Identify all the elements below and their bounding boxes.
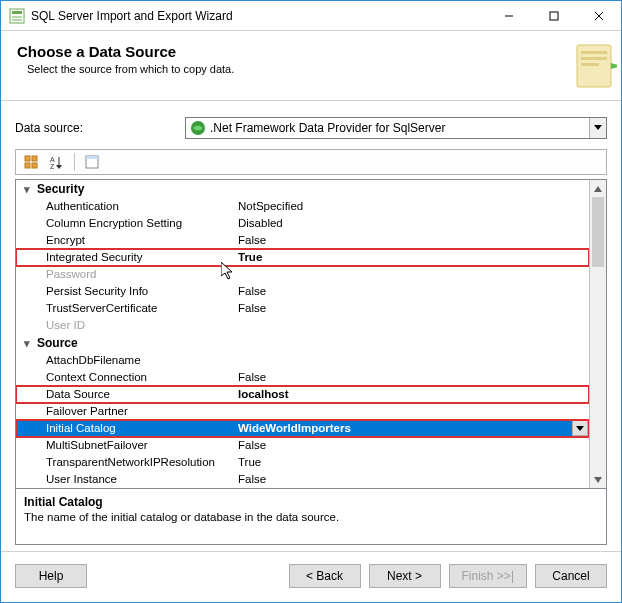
svg-rect-18 (32, 163, 37, 168)
description-text: The name of the initial catalog or datab… (24, 511, 598, 523)
svg-marker-28 (594, 477, 602, 483)
svg-rect-24 (86, 156, 98, 159)
property-value[interactable]: NotSpecified (236, 198, 589, 215)
svg-rect-1 (12, 11, 22, 14)
property-row[interactable]: User ID (16, 317, 589, 334)
dropdown-arrow-icon[interactable] (589, 118, 606, 138)
expander-icon[interactable]: ▾ (20, 337, 33, 350)
alphabetical-button[interactable]: AZ (46, 152, 68, 172)
svg-marker-25 (221, 262, 232, 279)
property-value[interactable]: False (236, 232, 589, 249)
propertygrid-toolbar: AZ (15, 149, 607, 175)
property-name: Context Connection (16, 369, 236, 386)
app-icon (9, 8, 25, 24)
svg-rect-11 (581, 63, 599, 66)
property-name: MultiSubnetFailover (16, 437, 236, 454)
property-row[interactable]: EncryptFalse (16, 232, 589, 249)
svg-marker-12 (611, 63, 617, 69)
property-name: Password (16, 266, 236, 283)
property-value[interactable]: False (236, 283, 589, 300)
datasource-combo[interactable]: .Net Framework Data Provider for SqlServ… (185, 117, 607, 139)
svg-marker-26 (576, 426, 584, 431)
cell-dropdown-icon[interactable] (572, 420, 588, 436)
scroll-down-icon[interactable] (590, 471, 606, 488)
button-bar: Help < Back Next > Finish >>| Cancel (1, 551, 621, 602)
property-value[interactable]: True (236, 454, 589, 471)
property-name: Data Source (16, 386, 236, 403)
property-row[interactable]: Data Sourcelocalhost (16, 386, 589, 403)
window-title: SQL Server Import and Export Wizard (31, 9, 486, 23)
property-row[interactable]: Failover Partner (16, 403, 589, 420)
property-value[interactable]: WideWorldImporters (236, 420, 572, 437)
property-name: Authentication (16, 198, 236, 215)
cancel-button[interactable]: Cancel (535, 564, 607, 588)
toolbar-divider (74, 153, 75, 171)
property-value[interactable]: True (236, 249, 589, 266)
property-name: Column Encryption Setting (16, 215, 236, 232)
scroll-thumb[interactable] (592, 197, 604, 267)
wizard-header: Choose a Data Source Select the source f… (1, 31, 621, 101)
property-description: Initial Catalog The name of the initial … (15, 489, 607, 545)
close-button[interactable] (576, 1, 621, 30)
property-name: Initial Catalog (16, 420, 236, 437)
property-row[interactable]: User InstanceFalse (16, 471, 589, 488)
datasource-label: Data source: (15, 121, 185, 135)
property-value[interactable]: Disabled (236, 215, 589, 232)
property-pages-button[interactable] (81, 152, 103, 172)
page-subtitle: Select the source from which to copy dat… (27, 63, 605, 75)
content-area: Data source: .Net Framework Data Provide… (1, 101, 621, 551)
property-value[interactable]: False (236, 369, 589, 386)
property-row[interactable]: Column Encryption SettingDisabled (16, 215, 589, 232)
property-row[interactable]: TrustServerCertificateFalse (16, 300, 589, 317)
property-grid: ▾SecurityAuthenticationNotSpecifiedColum… (15, 179, 607, 489)
property-value[interactable] (236, 352, 589, 369)
svg-text:A: A (50, 156, 55, 163)
finish-button: Finish >>| (449, 564, 527, 588)
property-row[interactable]: Integrated SecurityTrue (16, 249, 589, 266)
back-button[interactable]: < Back (289, 564, 361, 588)
titlebar: SQL Server Import and Export Wizard (1, 1, 621, 31)
minimize-button[interactable] (486, 1, 531, 30)
property-value[interactable] (236, 266, 589, 283)
svg-rect-15 (25, 156, 30, 161)
svg-rect-17 (25, 163, 30, 168)
datasource-value: .Net Framework Data Provider for SqlServ… (210, 121, 445, 135)
categorized-button[interactable] (20, 152, 42, 172)
property-row[interactable]: Persist Security InfoFalse (16, 283, 589, 300)
property-value[interactable]: localhost (236, 386, 589, 403)
property-row[interactable]: MultiSubnetFailoverFalse (16, 437, 589, 454)
property-value[interactable] (236, 317, 589, 334)
property-value[interactable]: False (236, 471, 589, 488)
property-row[interactable]: Context ConnectionFalse (16, 369, 589, 386)
property-row[interactable]: AttachDbFilename (16, 352, 589, 369)
property-name: TrustServerCertificate (16, 300, 236, 317)
scroll-up-icon[interactable] (590, 180, 606, 197)
svg-rect-5 (550, 12, 558, 20)
wizard-banner-icon (563, 39, 617, 93)
property-name: User ID (16, 317, 236, 334)
vertical-scrollbar[interactable] (589, 180, 606, 488)
property-name: AttachDbFilename (16, 352, 236, 369)
help-button[interactable]: Help (15, 564, 87, 588)
svg-marker-14 (594, 125, 602, 130)
category-security[interactable]: ▾Security (16, 180, 589, 198)
category-label: Source (37, 336, 78, 350)
svg-rect-16 (32, 156, 37, 161)
category-source[interactable]: ▾Source (16, 334, 589, 352)
next-button[interactable]: Next > (369, 564, 441, 588)
property-value[interactable]: False (236, 300, 589, 317)
description-title: Initial Catalog (24, 495, 598, 509)
property-value[interactable]: False (236, 437, 589, 454)
property-row[interactable]: Password (16, 266, 589, 283)
maximize-button[interactable] (531, 1, 576, 30)
property-grid-body[interactable]: ▾SecurityAuthenticationNotSpecifiedColum… (16, 180, 589, 488)
property-row[interactable]: AuthenticationNotSpecified (16, 198, 589, 215)
property-name: Encrypt (16, 232, 236, 249)
property-row[interactable]: Initial CatalogWideWorldImporters (16, 420, 589, 437)
property-row[interactable]: TransparentNetworkIPResolutionTrue (16, 454, 589, 471)
datasource-row: Data source: .Net Framework Data Provide… (15, 117, 607, 139)
svg-text:Z: Z (50, 163, 55, 169)
property-value[interactable] (236, 403, 589, 420)
svg-rect-9 (581, 51, 607, 54)
expander-icon[interactable]: ▾ (20, 183, 33, 196)
